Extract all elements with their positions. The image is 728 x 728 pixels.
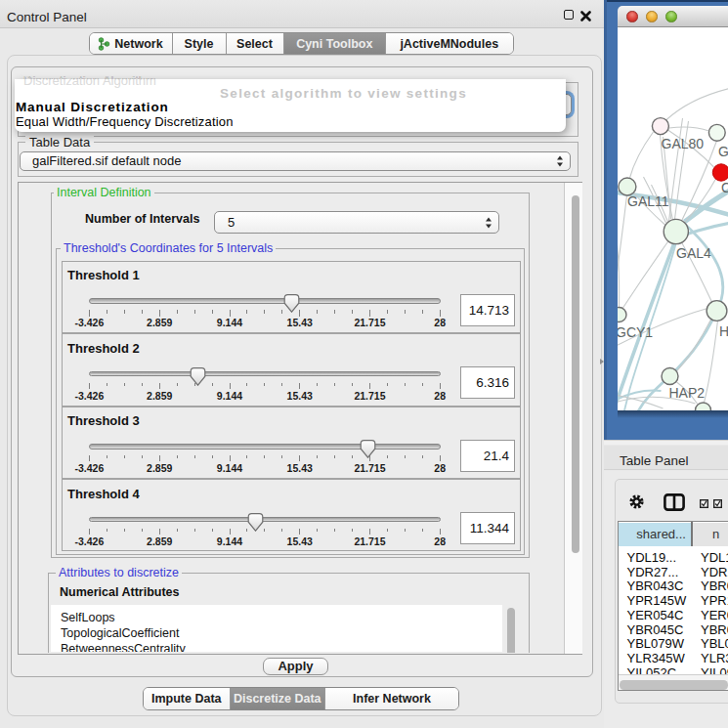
- svg-text:HI: HI: [719, 323, 728, 339]
- svg-text:GAL4: GAL4: [676, 245, 711, 261]
- svg-text:GAL80: GAL80: [661, 136, 704, 151]
- svg-text:GCY1: GCY1: [618, 324, 653, 340]
- svg-text:GA: GA: [718, 144, 728, 159]
- svg-text:GAL11: GAL11: [627, 193, 669, 209]
- svg-text:C: C: [721, 180, 728, 195]
- svg-text:HAP2: HAP2: [668, 385, 705, 401]
